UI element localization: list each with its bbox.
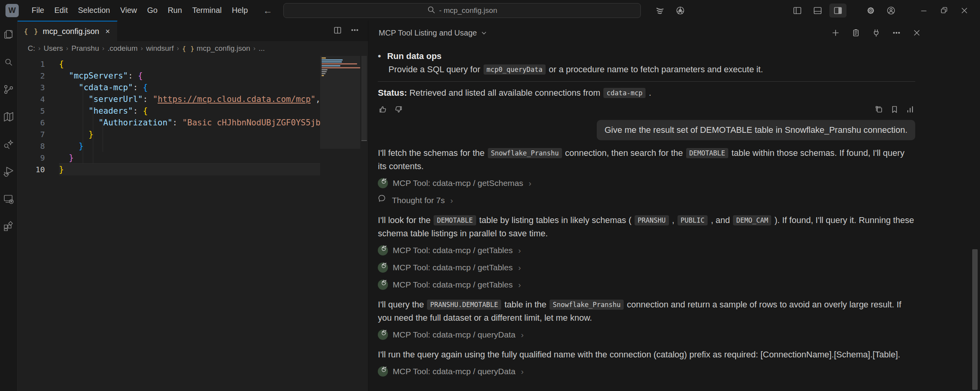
code-line-10[interactable]: 10} <box>18 164 320 175</box>
menu-view[interactable]: View <box>115 4 142 17</box>
plug-icon[interactable] <box>868 26 884 40</box>
text-segment: table in the <box>502 300 549 309</box>
mcp-tool-call-row[interactable]: MCP Tool: cdata-mcp / getSchemas› <box>378 176 915 190</box>
indent-guide <box>103 105 103 152</box>
ai-search-icon[interactable] <box>0 136 17 153</box>
bullet-dot: • <box>378 50 381 63</box>
plus-icon[interactable] <box>828 26 843 40</box>
text-segment: table by listing tables in likely schema… <box>477 215 634 225</box>
tab-mcp-config-json[interactable]: { } mcp_config.json × <box>18 21 117 41</box>
ellipsis-icon[interactable] <box>889 26 904 40</box>
history-icon[interactable] <box>848 26 864 40</box>
menu-help[interactable]: Help <box>227 4 253 17</box>
minimap[interactable] <box>320 56 360 391</box>
mcp-tool-call-row[interactable]: MCP Tool: cdata-mcp / getTables› <box>378 278 915 292</box>
mcp-tool-call-row[interactable]: MCP Tool: cdata-mcp / getTables› <box>378 243 915 257</box>
tab-close-icon[interactable]: × <box>105 27 110 36</box>
inline-code-chip: PRANSHU.DEMOTABLE <box>427 300 501 310</box>
more-actions-icon[interactable] <box>350 25 359 36</box>
gear-icon[interactable] <box>862 4 879 18</box>
user-message-row: Give me the result set of DEMOTABLE tabl… <box>378 120 915 140</box>
menu-file[interactable]: File <box>27 4 49 17</box>
code-line-5[interactable]: 5 "headers": { <box>18 105 320 117</box>
activity-bar <box>0 21 18 391</box>
status-line: Status: Retrieved and listed all availab… <box>378 86 915 100</box>
code-line-9[interactable]: 9 } <box>18 152 320 164</box>
breadcrumb-item[interactable]: .codeium <box>107 44 137 53</box>
breadcrumb-item[interactable]: windsurf <box>146 44 174 53</box>
bookmark-icon[interactable] <box>889 104 900 114</box>
menu-go[interactable]: Go <box>142 4 163 17</box>
line-number: 5 <box>18 105 59 117</box>
layout-sidebar-left-icon[interactable] <box>789 4 806 18</box>
inline-code-chip: PRANSHU <box>635 215 669 225</box>
wheel-icon[interactable] <box>672 4 689 18</box>
thumbs-down-icon[interactable] <box>393 104 404 114</box>
chat-scrollbar[interactable] <box>972 21 978 391</box>
conversation-scroll-area[interactable]: •Run data opsProvide a SQL query for mcp… <box>368 45 980 391</box>
mcp-tool-call-row[interactable]: MCP Tool: cdata-mcp / getTables› <box>378 261 915 275</box>
chevron-right-icon: › <box>521 365 524 378</box>
breadcrumb-item[interactable]: C: <box>28 44 35 53</box>
breadcrumb-item[interactable]: Pranshu <box>71 44 99 53</box>
search-icon[interactable] <box>0 54 17 71</box>
chat-bubble-icon <box>378 194 387 207</box>
inline-code-chip: mcp0_queryData <box>484 64 546 75</box>
line-number: 2 <box>18 70 59 82</box>
copy-icon[interactable] <box>874 104 884 114</box>
layout-panel-icon[interactable] <box>809 4 826 18</box>
code-line-2[interactable]: 2 "mcpServers": { <box>18 70 320 82</box>
thought-row[interactable]: Thought for 7s› <box>378 193 915 207</box>
source-control-icon[interactable] <box>0 81 17 98</box>
layout-sidebar-right-icon[interactable] <box>829 4 847 18</box>
line-number: 10 <box>18 164 59 175</box>
text-segment: Provide a SQL query for <box>388 64 482 74</box>
breadcrumb-item[interactable]: { } mcp_config.json <box>182 44 250 53</box>
code-line-3[interactable]: 3 "cdata-mcp": { <box>18 82 320 93</box>
close-icon[interactable] <box>956 4 973 18</box>
nav-back-icon[interactable]: ← <box>263 5 272 16</box>
menu-selection[interactable]: Selection <box>73 4 115 17</box>
assistant-paragraph: I'll look for the DEMOTABLE table by lis… <box>378 214 915 240</box>
mcp-tool-call-row[interactable]: MCP Tool: cdata-mcp / queryData› <box>378 328 915 342</box>
close-icon[interactable] <box>909 26 925 40</box>
code-line-6[interactable]: 6 "Authorization": "Basic cHJhbnNodUBjZG… <box>18 117 320 129</box>
line-number: 9 <box>18 152 59 164</box>
menu-terminal[interactable]: Terminal <box>187 4 227 17</box>
restore-icon[interactable] <box>936 4 953 18</box>
message-actions-row <box>378 104 915 115</box>
stats-icon[interactable] <box>905 104 915 114</box>
extensions-icon[interactable] <box>0 218 17 235</box>
menu-run[interactable]: Run <box>163 4 187 17</box>
account-icon[interactable] <box>882 4 900 18</box>
text-segment: , <box>670 215 677 225</box>
windsurf-logo-icon[interactable] <box>651 4 669 18</box>
split-editor-icon[interactable] <box>333 25 342 36</box>
run-debug-icon[interactable] <box>0 163 17 180</box>
remote-explorer-icon[interactable] <box>0 190 17 207</box>
thumbs-up-icon[interactable] <box>378 104 388 114</box>
breadcrumb-separator: › <box>253 45 256 52</box>
code-line-8[interactable]: 8 } <box>18 140 320 152</box>
code-editor[interactable]: 1{2 "mcpServers": {3 "cdata-mcp": {4 "se… <box>18 56 368 391</box>
breadcrumb-separator: › <box>66 45 68 52</box>
chevron-right-icon: › <box>518 261 521 274</box>
breadcrumb-item[interactable]: ... <box>259 44 265 53</box>
code-line-7[interactable]: 7 } <box>18 129 320 140</box>
command-center-search[interactable]: - mcp_config.json <box>283 3 641 18</box>
editor-scrollbar[interactable] <box>360 56 368 391</box>
mcp-plug-icon <box>378 280 388 290</box>
code-line-1[interactable]: 1{ <box>18 58 320 70</box>
menu-edit[interactable]: Edit <box>49 4 73 17</box>
conversation-title-dropdown[interactable]: MCP Tool Listing and Usage <box>379 29 487 37</box>
titlebar-controls <box>651 4 980 18</box>
code-line-4[interactable]: 4 "serverUrl": "https://mcp.cloud.cdata.… <box>18 93 320 105</box>
explorer-icon[interactable] <box>0 26 17 43</box>
breadcrumb-item[interactable]: Users <box>44 44 63 53</box>
user-message-bubble: Give me the result set of DEMOTABLE tabl… <box>597 120 915 140</box>
tool-call-label: MCP Tool: cdata-mcp / getSchemas <box>393 177 523 190</box>
minimize-icon[interactable] <box>915 4 932 18</box>
tool-call-label: MCP Tool: cdata-mcp / queryData <box>393 365 515 378</box>
mcp-tool-call-row[interactable]: MCP Tool: cdata-mcp / queryData› <box>378 364 915 379</box>
map-icon[interactable] <box>0 108 17 125</box>
